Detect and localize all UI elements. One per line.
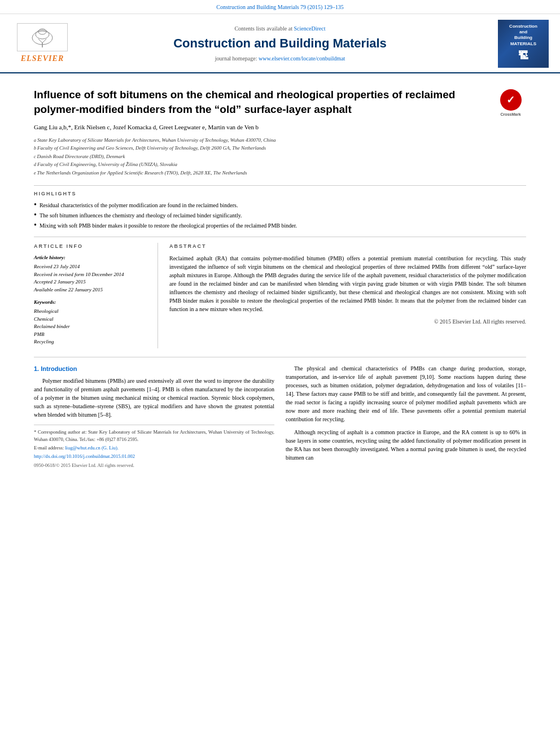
article-info-label: ARTICLE INFO: [34, 243, 149, 250]
journal-header-right: ConstructionandBuildingMATERIALS 🏗: [487, 20, 549, 68]
abstract-label: ABSTRACT: [169, 243, 526, 250]
journal-reference: Construction and Building Materials 79 (…: [216, 4, 344, 10]
article-history: Article history: Received 23 July 2014 R…: [34, 254, 149, 293]
journal-header: ELSEVIER Contents lists available at Sci…: [0, 14, 560, 73]
affil-d: d Faculty of Civil Engineering, Universi…: [34, 161, 526, 169]
journal-title: Construction and Building Materials: [85, 35, 475, 53]
affil-b: b Faculty of Civil Engineering and Geo S…: [34, 145, 526, 152]
article-info-col: ARTICLE INFO Article history: Received 2…: [34, 243, 158, 348]
intro-para-right-2: Although recycling of asphalt is a commo…: [286, 428, 526, 462]
journal-header-left: ELSEVIER: [11, 23, 73, 64]
paper-content: Influence of soft bitumens on the chemic…: [0, 73, 560, 478]
info-abstract-section: ARTICLE INFO Article history: Received 2…: [34, 237, 526, 348]
abstract-col: ABSTRACT Reclaimed asphalt (RA) that con…: [169, 243, 526, 348]
sciencedirect-line: Contents lists available at ScienceDirec…: [85, 25, 475, 33]
cover-building-icon: 🏗: [518, 50, 528, 63]
affiliations: a State Key Laboratory of Silicate Mater…: [34, 137, 526, 177]
crossmark-label: CrossMark: [500, 112, 520, 117]
journal-homepage: journal homepage: www.elsevier.com/locat…: [85, 55, 475, 63]
intro-col-left: 1. Introduction Polymer modified bitumen…: [34, 364, 274, 469]
affil-c: c Danish Road Directorate (DRD), Denmark: [34, 153, 526, 161]
copyright: © 2015 Elsevier Ltd. All rights reserved…: [169, 318, 526, 326]
highlight-2: • The soft bitumen influences the chemis…: [34, 211, 526, 220]
issn: 0950-0618/© 2015 Elsevier Ltd. All right…: [34, 462, 274, 469]
highlight-1: • Residual characteristics of the polyme…: [34, 201, 526, 209]
elsevier-wordmark: ELSEVIER: [21, 53, 64, 64]
affil-e: e The Netherlands Organization for Appli…: [34, 169, 526, 177]
keywords-section: Keywords: Rheological Chemical Reclaimed…: [34, 299, 149, 346]
affil-a: a State Key Laboratory of Silicate Mater…: [34, 137, 526, 145]
footnote-email: E-mail address: liug@whut.edu.cn (G. Liu…: [34, 444, 274, 452]
doi-url[interactable]: http://dx.doi.org/10.1016/j.conbuildmat.…: [34, 453, 135, 459]
elsevier-logo-box: [17, 23, 68, 51]
top-bar: Construction and Building Materials 79 (…: [0, 0, 560, 14]
authors-line: Gang Liu a,b,*, Erik Nielsen c, Jozef Ko…: [34, 123, 526, 132]
elsevier-logo: ELSEVIER: [11, 23, 73, 64]
footnote-star: * Corresponding author at: State Key Lab…: [34, 429, 274, 443]
highlights-section: HIGHLIGHTS • Residual characteristics of…: [34, 185, 526, 230]
highlight-3: • Mixing with soft PMB binder makes it p…: [34, 221, 526, 230]
intro-col-right: The physical and chemical characteristic…: [286, 364, 526, 469]
introduction-section: 1. Introduction Polymer modified bitumen…: [34, 364, 526, 469]
sciencedirect-link[interactable]: ScienceDirect: [294, 25, 325, 32]
journal-cover-image: ConstructionandBuildingMATERIALS 🏗: [498, 20, 549, 68]
email-link[interactable]: liug@whut.edu.cn (G. Liu).: [65, 445, 119, 451]
intro-heading: 1. Introduction: [34, 364, 274, 374]
svg-line-5: [42, 39, 46, 43]
crossmark-icon: ✓: [500, 89, 522, 111]
abstract-text: Reclaimed asphalt (RA) that contains pol…: [169, 254, 526, 313]
doi-link: http://dx.doi.org/10.1016/j.conbuildmat.…: [34, 453, 274, 460]
journal-header-center: Contents lists available at ScienceDirec…: [73, 25, 487, 63]
section-divider: [34, 357, 526, 357]
highlights-label: HIGHLIGHTS: [34, 190, 526, 198]
homepage-url: www.elsevier.com/locate/conbuildmat: [259, 55, 345, 62]
footnote-section: * Corresponding author at: State Key Lab…: [34, 425, 274, 469]
svg-line-4: [38, 39, 42, 43]
paper-title: Influence of soft bitumens on the chemic…: [34, 88, 526, 116]
intro-para-1: Polymer modified bitumens (PMBs) are use…: [34, 377, 274, 419]
intro-para-right-1: The physical and chemical characteristic…: [286, 364, 526, 423]
crossmark-badge[interactable]: ✓ CrossMark: [495, 88, 526, 119]
